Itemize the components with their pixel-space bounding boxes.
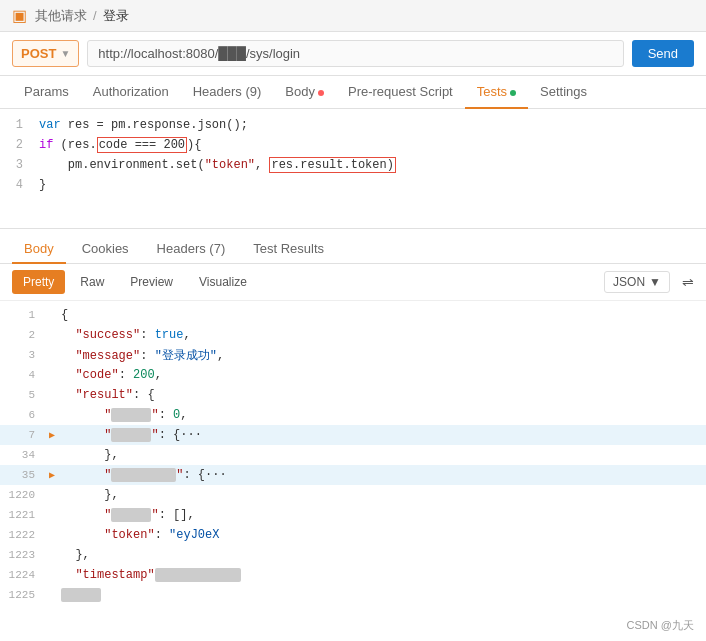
- code-line-4: 4 }: [0, 177, 706, 197]
- line-content-1: var res = pm.response.json();: [35, 118, 706, 132]
- json-line-4: 4 "code": 200,: [0, 365, 706, 385]
- resp-tab-headers[interactable]: Headers (7): [145, 235, 238, 264]
- json-line-1: 1 {: [0, 305, 706, 325]
- line-content-4: }: [35, 178, 706, 192]
- json-format-select[interactable]: JSON ▼: [604, 271, 670, 293]
- line-content-2: if (res.code === 200){: [35, 138, 706, 152]
- line-content-3: pm.environment.set("token", res.result.t…: [35, 158, 706, 172]
- json-line-1223: 1223 },: [0, 545, 706, 565]
- fmt-visualize[interactable]: Visualize: [188, 270, 258, 294]
- response-section: Body Cookies Headers (7) Test Results Pr…: [0, 229, 706, 609]
- watermark: CSDN @九天: [627, 618, 694, 633]
- url-input[interactable]: [87, 40, 623, 67]
- breadcrumb-separator: /: [93, 8, 97, 23]
- resp-tab-testresults[interactable]: Test Results: [241, 235, 336, 264]
- fmt-raw[interactable]: Raw: [69, 270, 115, 294]
- breadcrumb: 其他请求 / 登录: [35, 7, 129, 25]
- json-line-1220: 1220 },: [0, 485, 706, 505]
- json-line-3: 3 "message": "登录成功",: [0, 345, 706, 365]
- tests-dot: [510, 90, 516, 96]
- json-line-7: 7 ▶ "██": {···: [0, 425, 706, 445]
- json-line-5: 5 "result": {: [0, 385, 706, 405]
- json-format-label: JSON: [613, 275, 645, 289]
- fmt-pretty[interactable]: Pretty: [12, 270, 65, 294]
- top-bar: ▣ 其他请求 / 登录: [0, 0, 706, 32]
- request-bar: POST ▼ Send: [0, 32, 706, 76]
- code-editor: 1 var res = pm.response.json(); 2 if (re…: [0, 109, 706, 229]
- json-line-34: 34 },: [0, 445, 706, 465]
- tab-headers[interactable]: Headers (9): [181, 76, 274, 109]
- code-line-2: 2 if (res.code === 200){: [0, 137, 706, 157]
- json-line-1225: 1225 █: [0, 585, 706, 605]
- json-line-1224: 1224 "timestamp"████████████: [0, 565, 706, 585]
- folder-icon: ▣: [12, 6, 27, 25]
- json-line-2: 2 "success": true,: [0, 325, 706, 345]
- json-line-1222: 1222 "token": "eyJ0eX: [0, 525, 706, 545]
- breadcrumb-parent[interactable]: 其他请求: [35, 7, 87, 25]
- tab-body[interactable]: Body: [273, 76, 336, 109]
- tab-authorization[interactable]: Authorization: [81, 76, 181, 109]
- line-number-3: 3: [0, 158, 35, 172]
- resp-tab-body[interactable]: Body: [12, 235, 66, 264]
- send-button[interactable]: Send: [632, 40, 694, 67]
- json-format-arrow-icon: ▼: [649, 275, 661, 289]
- body-dot: [318, 90, 324, 96]
- json-line-35: 35 ▶ "████Token": {···: [0, 465, 706, 485]
- json-line-6: 6 "████": 0,: [0, 405, 706, 425]
- tab-tests[interactable]: Tests: [465, 76, 528, 109]
- format-row: Pretty Raw Preview Visualize JSON ▼ ⇌: [0, 264, 706, 301]
- line-number-2: 2: [0, 138, 35, 152]
- fmt-preview[interactable]: Preview: [119, 270, 184, 294]
- tab-params[interactable]: Params: [12, 76, 81, 109]
- json-line-1221: 1221 "████": [],: [0, 505, 706, 525]
- response-tabs: Body Cookies Headers (7) Test Results: [0, 229, 706, 264]
- breadcrumb-current: 登录: [103, 7, 129, 25]
- code-line-3: 3 pm.environment.set("token", res.result…: [0, 157, 706, 177]
- request-tabs: Params Authorization Headers (9) Body Pr…: [0, 76, 706, 109]
- line-number-1: 1: [0, 118, 35, 132]
- method-select[interactable]: POST ▼: [12, 40, 79, 67]
- method-arrow-icon: ▼: [60, 48, 70, 59]
- line-number-4: 4: [0, 178, 35, 192]
- method-label: POST: [21, 46, 56, 61]
- json-output: 1 { 2 "success": true, 3 "message": "登录成…: [0, 301, 706, 609]
- tab-settings[interactable]: Settings: [528, 76, 599, 109]
- resp-tab-cookies[interactable]: Cookies: [70, 235, 141, 264]
- tab-prerequest[interactable]: Pre-request Script: [336, 76, 465, 109]
- wrap-icon[interactable]: ⇌: [682, 274, 694, 290]
- code-line-1: 1 var res = pm.response.json();: [0, 117, 706, 137]
